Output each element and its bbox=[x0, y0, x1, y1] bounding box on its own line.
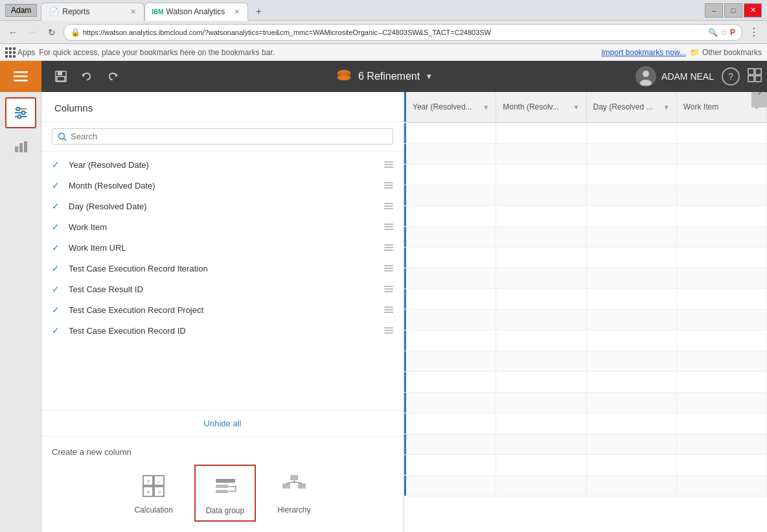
save-btn[interactable] bbox=[49, 65, 73, 88]
hierarchy-label: Hierarchy bbox=[277, 505, 310, 515]
table-row bbox=[404, 123, 767, 144]
table-cell bbox=[587, 351, 677, 371]
svg-rect-2 bbox=[14, 80, 28, 82]
reports-tab-close[interactable]: ✕ bbox=[130, 8, 136, 16]
create-calculation-btn[interactable]: +-×÷ Calculation bbox=[123, 465, 183, 522]
table-cell bbox=[677, 310, 767, 330]
check-icon: ✓ bbox=[52, 325, 62, 336]
sidebar-filter-btn[interactable] bbox=[5, 97, 36, 128]
table-body bbox=[404, 123, 767, 496]
check-icon: ✓ bbox=[52, 201, 62, 211]
check-icon: ✓ bbox=[52, 305, 62, 315]
column-item[interactable]: ✓ Work Item bbox=[41, 216, 404, 237]
table-row bbox=[404, 413, 767, 434]
star-icon[interactable]: ☆ bbox=[720, 28, 727, 37]
column-header-label: Work Item bbox=[683, 102, 718, 111]
svg-point-20 bbox=[21, 111, 25, 115]
table-cell bbox=[587, 434, 677, 454]
check-icon: ✓ bbox=[52, 180, 62, 191]
maximize-btn[interactable]: □ bbox=[724, 3, 742, 17]
table-header-cell[interactable]: Year (Resolved... ▼ bbox=[404, 92, 496, 122]
help-btn[interactable]: ? bbox=[722, 67, 740, 86]
undo-btn[interactable] bbox=[75, 65, 98, 88]
table-cell bbox=[404, 434, 496, 454]
column-label: Test Case Execution Record Iteration bbox=[69, 264, 378, 273]
hamburger-btn[interactable] bbox=[0, 61, 41, 92]
sidebar-chart-btn[interactable] bbox=[5, 131, 36, 162]
redo-btn[interactable] bbox=[101, 65, 124, 88]
table-cell bbox=[404, 123, 496, 143]
column-item[interactable]: ✓ Test Case Result ID bbox=[41, 279, 404, 299]
drag-handle-icon bbox=[384, 182, 393, 189]
bookmarks-bar: Apps For quick access, place your bookma… bbox=[0, 44, 767, 61]
columns-title: Columns bbox=[54, 102, 93, 113]
sort-icon: ▼ bbox=[663, 104, 670, 111]
back-btn[interactable]: ← bbox=[5, 25, 21, 40]
column-item[interactable]: ✓ Test Case Execution Record ID bbox=[41, 320, 404, 341]
table-row bbox=[404, 330, 767, 351]
grid-view-btn[interactable] bbox=[748, 68, 762, 86]
column-label: Day (Resolved Date) bbox=[69, 202, 378, 211]
table-cell bbox=[677, 165, 767, 185]
table-row bbox=[404, 165, 767, 185]
table-cell bbox=[677, 393, 767, 413]
search-box[interactable] bbox=[52, 128, 393, 145]
other-bookmarks[interactable]: 📁 Other bookmarks bbox=[690, 48, 762, 57]
hamburger-icon bbox=[14, 71, 28, 82]
address-url: https://watson.analytics.ibmcloud.com/?w… bbox=[83, 29, 705, 36]
column-item[interactable]: ✓ Year (Resolved Date) bbox=[41, 154, 404, 175]
next-column-btn[interactable]: › bbox=[751, 92, 767, 108]
data-table-area: Year (Resolved... ▼ Month (Resolv... ▼ D… bbox=[404, 92, 767, 532]
table-cell bbox=[496, 289, 586, 309]
column-label: Work Item bbox=[69, 222, 378, 232]
browser-user-btn[interactable]: Adam bbox=[5, 4, 37, 17]
svg-marker-6 bbox=[82, 73, 84, 77]
new-tab-btn[interactable]: + bbox=[248, 3, 269, 21]
tab-watson[interactable]: IBM Watson Analytics ✕ bbox=[144, 3, 248, 21]
column-header-label: Year (Resolved... bbox=[413, 102, 472, 111]
column-item[interactable]: ✓ Work Item URL bbox=[41, 237, 404, 258]
apps-icon[interactable]: Apps bbox=[5, 47, 35, 58]
dropdown-arrow-icon[interactable]: ▼ bbox=[425, 72, 433, 81]
table-cell bbox=[587, 289, 677, 309]
table-cell bbox=[496, 393, 586, 413]
minimize-btn[interactable]: – bbox=[705, 3, 723, 17]
browser-menu-btn[interactable]: ⋮ bbox=[746, 26, 762, 38]
column-label: Test Case Result ID bbox=[69, 284, 378, 294]
table-header-cell[interactable]: Month (Resolv... ▼ bbox=[496, 92, 586, 122]
refresh-btn[interactable]: ↻ bbox=[44, 25, 60, 40]
address-bar[interactable]: 🔒 https://watson.analytics.ibmcloud.com/… bbox=[63, 24, 742, 41]
table-cell bbox=[677, 206, 767, 226]
sidebar bbox=[0, 92, 41, 532]
column-item[interactable]: ✓ Test Case Execution Record Project bbox=[41, 299, 404, 320]
columns-search bbox=[41, 122, 404, 152]
table-cell bbox=[587, 268, 677, 288]
svg-rect-37 bbox=[216, 485, 229, 488]
grid-icon bbox=[748, 68, 762, 82]
table-cell bbox=[677, 372, 767, 392]
calculation-label: Calculation bbox=[134, 505, 172, 515]
table-row bbox=[404, 227, 767, 248]
table-cell bbox=[677, 351, 767, 371]
table-cell bbox=[677, 455, 767, 475]
column-item[interactable]: ✓ Day (Resolved Date) bbox=[41, 196, 404, 216]
search-input[interactable] bbox=[71, 132, 387, 141]
table-cell bbox=[677, 248, 767, 268]
undo-icon bbox=[80, 70, 93, 83]
table-header-cell[interactable]: Day (Resolved ... ▼ bbox=[587, 92, 677, 122]
column-item[interactable]: ✓ Test Case Execution Record Iteration bbox=[41, 258, 404, 279]
forward-btn[interactable]: → bbox=[25, 25, 40, 40]
svg-point-22 bbox=[17, 115, 21, 119]
import-bookmarks-link[interactable]: Import bookmarks now... bbox=[601, 48, 686, 57]
close-btn[interactable]: ✕ bbox=[744, 3, 762, 17]
watson-tab-close[interactable]: ✕ bbox=[234, 8, 240, 16]
table-cell bbox=[496, 372, 586, 392]
create-hierarchy-btn[interactable]: Hierarchy bbox=[266, 465, 321, 522]
table-row bbox=[404, 268, 767, 289]
create-data-group-btn[interactable]: Data group bbox=[194, 465, 256, 522]
tab-reports[interactable]: 📄 Reports ✕ bbox=[41, 3, 144, 21]
table-header: Year (Resolved... ▼ Month (Resolv... ▼ D… bbox=[404, 92, 767, 123]
unhide-all-btn[interactable]: Unhide all bbox=[41, 410, 404, 436]
browser-titlebar: Adam 📄 Reports ✕ IBM Watson Analytics ✕ … bbox=[0, 0, 767, 21]
column-item[interactable]: ✓ Month (Resolved Date) bbox=[41, 175, 404, 196]
